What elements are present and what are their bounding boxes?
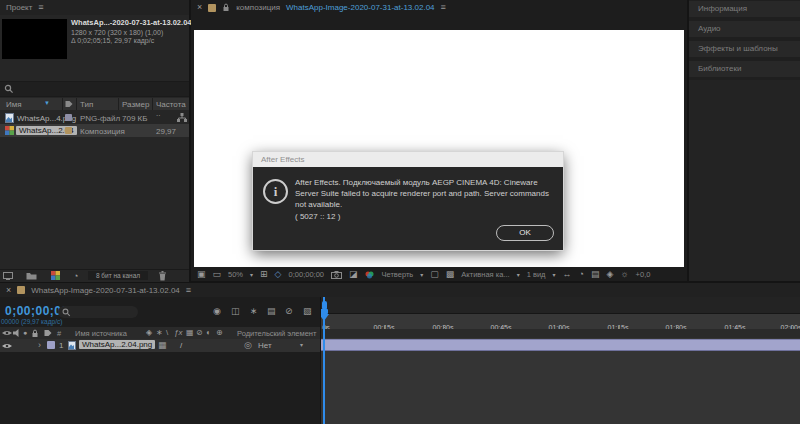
exposure-icon[interactable]: ☼ [620,270,628,279]
switch-motion-blur-icon: ⊘ [196,329,203,337]
ok-button[interactable]: OK [496,225,554,241]
solo-icon[interactable]: ● [23,329,27,336]
timeline-tab-title[interactable]: WhatsApp-Image-2020-07-31-at-13.02.04 [31,286,180,295]
trash-icon[interactable] [158,271,167,281]
dialog-titlebar[interactable]: After Effects [253,152,563,167]
layer-index: 1 [59,341,63,350]
parent-select[interactable]: Нет [258,341,272,350]
comp-label-swatch [208,4,216,12]
project-tabstrip: Проект ≡ [0,0,189,15]
show-snapshot-icon[interactable]: ◪ [349,270,358,279]
playhead-head[interactable] [320,309,328,314]
layer-row[interactable]: › 1 WhatsAp...2.04.png ▦ / ◎ Нет ▾ [0,339,320,352]
dialog-body: i After Effects. Подключаемый модуль AEG… [253,167,563,250]
video-eye-icon[interactable] [2,329,12,337]
playhead-handle[interactable] [320,314,329,321]
col-label[interactable] [62,98,77,110]
lock-icon[interactable] [31,329,39,338]
composition-tab[interactable]: × композиция WhatsApp-Image-2020-07-31-a… [191,0,687,15]
close-icon[interactable]: × [6,286,11,295]
new-folder-icon[interactable] [26,272,37,280]
chevron-down-icon[interactable]: ▾ [552,272,555,278]
bit-depth-button[interactable]: 8 бит на канал [88,271,148,280]
label-color-swatch[interactable] [65,114,72,121]
tab-project[interactable]: Проект [6,3,32,12]
active-camera-select[interactable]: Активная ка... [461,270,509,279]
always-preview-icon[interactable]: ▣ [197,270,206,279]
work-area-bar[interactable] [321,329,800,338]
col-type[interactable]: Тип [80,100,93,109]
comp-flowchart-icon[interactable]: ◈ [606,270,613,279]
audio-speaker-icon[interactable] [13,329,21,337]
tab-effects[interactable]: Эффекты и шаблоны [689,41,800,57]
time-navigator[interactable] [321,297,800,313]
chevron-down-icon[interactable]: ▾ [420,272,423,278]
footage-title[interactable]: WhatsAp...-2020-07-31-at-13.02.04 [71,18,191,27]
lock-icon[interactable] [222,3,230,12]
draft-3d-icon[interactable]: ◫ [231,307,240,316]
transparency-grid-icon[interactable]: ▩ [446,270,455,279]
tab-info[interactable]: Информация [689,1,800,17]
tab-audio[interactable]: Аудио [689,21,800,37]
parent-pickwhip-icon[interactable]: ◎ [244,341,252,350]
comp-tab-title[interactable]: WhatsApp-Image-2020-07-31-at-13.02.04 [286,3,435,12]
hide-shy-layers-icon[interactable]: ∗ [250,307,258,316]
timeline-button-icon[interactable]: ▤ [591,270,600,279]
exposure-value[interactable]: +0,0 [636,270,651,279]
info-icon: i [263,179,288,204]
label-tag-icon[interactable] [44,329,53,337]
project-search-input[interactable] [0,81,189,97]
zoom-level-select[interactable]: 50% [228,270,243,279]
snapshot-camera-icon[interactable] [331,271,342,279]
composition-mini-flowchart-icon[interactable]: ◉ [213,307,221,316]
project-row-composition[interactable]: WhatsAp...2.04 Композиция 29,97 [0,124,189,137]
view-layout-select[interactable]: 1 вид [527,270,546,279]
col-size[interactable]: Размер [122,100,150,109]
timecode-frames: 00000 (29,97 кадр/с) [1,318,62,325]
col-layer-number[interactable]: # [57,329,61,338]
channel-rgb-icon[interactable] [365,271,375,279]
graph-editor-icon[interactable]: ▧ [303,307,312,316]
after-effects-window: Проект ≡ WhatsAp...-2020-07-31-at-13.02.… [0,0,800,424]
video-eye-icon[interactable] [2,342,12,350]
layer-label-swatch[interactable] [47,341,55,349]
main-monitor-icon[interactable]: ▭ [213,270,222,279]
motion-blur-icon[interactable]: ⊘ [285,307,293,316]
safe-guides-icon[interactable]: ⊞ [260,270,268,279]
chevron-down-icon[interactable]: ▾ [250,272,253,278]
layer-expand-icon[interactable]: › [38,341,41,350]
chevron-down-icon[interactable]: ▾ [300,342,303,348]
dialog-error-code: ( 5027 :: 12 ) [295,212,340,221]
frame-blending-icon[interactable]: ▤ [267,307,276,316]
switch-collapse-icon: ◈ [146,329,152,337]
panel-menu-icon[interactable]: ≡ [186,286,191,295]
timeline-search-input[interactable] [58,306,138,318]
panel-menu-icon[interactable]: ≡ [38,3,43,12]
tab-libraries[interactable]: Библиотеки [689,61,800,77]
sort-down-icon[interactable]: ▼ [44,100,50,106]
comp-label-swatch [17,286,25,294]
col-source-name[interactable]: Имя источника [75,329,127,338]
file-size: 709 КБ [122,114,147,123]
new-composition-icon[interactable] [51,271,60,280]
interpret-footage-icon[interactable] [3,272,13,280]
pixel-aspect-icon[interactable]: ↔ [562,270,571,279]
region-of-interest-icon[interactable]: ▢ [430,270,439,279]
col-name[interactable]: Имя [6,100,22,109]
layer-quality-switch[interactable]: / [180,341,182,350]
label-color-swatch[interactable] [65,127,72,134]
layer-duration-bar[interactable] [321,339,800,351]
adjust-icon[interactable]: ◔ [73,272,78,281]
layer-switch-icon[interactable]: ▦ [158,341,167,350]
panel-menu-icon[interactable]: ≡ [441,3,446,12]
project-row-png[interactable]: WhatsAp...4.png PNG-файл 709 КБ [0,111,189,124]
viewer-timecode[interactable]: 0;00;00;00 [289,270,324,279]
chevron-down-icon[interactable]: ▾ [517,272,520,278]
mask-visibility-icon[interactable]: ◇ [275,270,282,279]
timeline-tab[interactable]: × WhatsApp-Image-2020-07-31-at-13.02.04 … [0,283,800,297]
layer-name[interactable]: WhatsAp...2.04.png [79,340,155,349]
close-icon[interactable]: × [197,3,202,12]
fast-previews-icon[interactable]: ◔ [578,270,583,279]
timeline-track-area: 0s 00:15s 00:30s 00:45s 01:00s 01:15s 01… [320,297,800,424]
resolution-select[interactable]: Четверть [382,270,414,279]
